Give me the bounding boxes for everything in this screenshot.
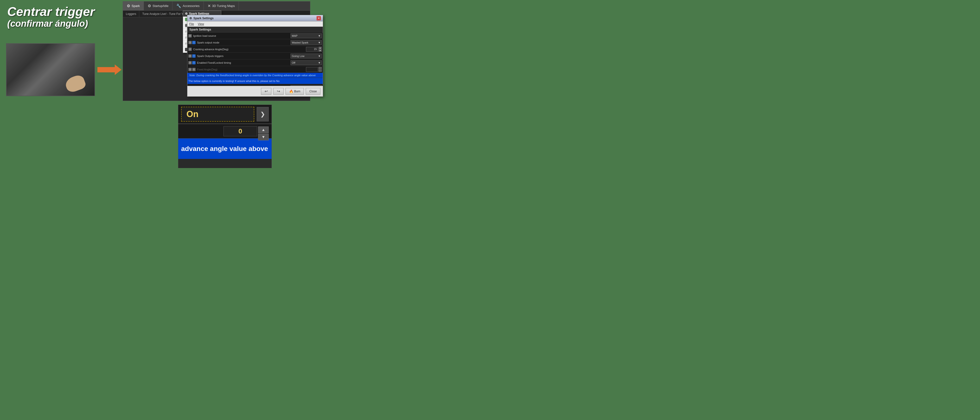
- on-value-box: On: [181, 107, 254, 122]
- row-new-ignition: ⚙ Use new ignition mode No ▼: [188, 84, 323, 86]
- spark-triggers-value: Going Low: [292, 55, 304, 57]
- row-help-spark-output[interactable]: ?: [192, 41, 196, 44]
- redo-icon: ↪: [277, 89, 280, 94]
- undo-button[interactable]: ↩: [261, 88, 271, 95]
- ignition-load-label: Ignition load source: [193, 34, 291, 37]
- new-ignition-select[interactable]: No ▼: [291, 85, 322, 86]
- chevron-down-icon: ❯: [260, 111, 265, 117]
- ignition-load-value: MAP: [292, 34, 298, 37]
- tune-analyze-label: Tune Analyze Live! - Tune For You: [142, 12, 186, 16]
- spin-down-cranking[interactable]: ▼: [318, 49, 322, 52]
- cranking-advance-value: 15: [314, 48, 317, 51]
- on-value-text: On: [186, 109, 199, 119]
- cranking-advance-label: Cranking advance Angle(Deg): [193, 48, 306, 51]
- dialog-footer: ↩ ↪ 🔥 Burn Close: [188, 86, 323, 97]
- testing-row: The below option is currently in testing…: [188, 78, 323, 84]
- row-spark-triggers: ⚙ ? Spark Outputs triggers Going Low ▼: [188, 53, 323, 59]
- tab-3d-tuning[interactable]: ✕ 3D Tuning Maps: [204, 2, 239, 10]
- tab-tune-analyze[interactable]: Tune Analyze Live! - Tune For You: [139, 11, 189, 17]
- spark-triggers-label: Spark Outputs triggers: [197, 55, 291, 57]
- tab-accessories[interactable]: 🔧 Accessories: [172, 2, 204, 10]
- blue-bar-text: advance angle value above: [181, 145, 268, 153]
- dialog-close-button[interactable]: ✕: [317, 16, 321, 21]
- spark-output-select[interactable]: Wasted Spark ▼: [291, 40, 322, 45]
- car-image: [6, 43, 95, 96]
- fixed-angle-input[interactable]: [306, 67, 318, 72]
- number-value: 0: [239, 127, 242, 135]
- dialog-section-title: Spark Settings: [188, 27, 323, 32]
- testing-text: The below option is currently in testing…: [188, 79, 280, 82]
- accessories-tab-icon: 🔧: [176, 3, 181, 8]
- heading-area: Centrar trigger (confirmar ángulo): [7, 5, 95, 29]
- fixed-timing-value: Off: [292, 61, 295, 64]
- on-row: On ❯: [178, 105, 272, 124]
- row-icon-spark-output: ⚙: [188, 41, 192, 44]
- note-row: Note: During cranking the fixed/locked t…: [188, 73, 323, 78]
- spark-tab-icon: ⚙: [127, 3, 130, 8]
- row-spark-output: ⚙ ? Spark output mode Wasted Spark ▼: [188, 39, 323, 46]
- cranking-advance-input[interactable]: 15: [306, 47, 318, 52]
- row-cranking-advance: ⚙ Cranking advance Angle(Deg) 15 ▲ ▼: [188, 46, 323, 53]
- tab-loggers[interactable]: Loggers: [123, 11, 139, 17]
- spark-output-chevron: ▼: [318, 41, 321, 44]
- tuning-tab-icon: ✕: [208, 3, 211, 8]
- number-display: 0: [223, 126, 257, 136]
- close-label: Close: [309, 90, 317, 93]
- fixed-timing-chevron: ▼: [318, 61, 321, 64]
- dialog-title-text: Spark Settings: [193, 17, 213, 20]
- dialog-menubar: File View: [188, 21, 323, 27]
- tab-spark[interactable]: ⚙ Spark: [123, 2, 144, 10]
- cranking-advance-spinner: ▲ ▼: [318, 47, 322, 52]
- row-icon-fixed: ⚙: [188, 61, 192, 65]
- chevron-down-button[interactable]: ❯: [257, 107, 269, 121]
- row-fixed-timing: ⚙ ? Enabled Fixed/Locked timing Off ▼: [188, 59, 323, 66]
- spark-settings-dialog: ⚙ Spark Settings ✕ File View Spark Setti…: [187, 15, 323, 97]
- number-row: 0: [178, 124, 272, 138]
- spark-triggers-chevron: ▼: [318, 55, 321, 57]
- bottom-spin-col: ▲ ▼: [258, 127, 269, 140]
- spin-up-big[interactable]: ▲: [258, 127, 269, 133]
- burn-icon: 🔥: [289, 89, 293, 93]
- burn-button[interactable]: 🔥 Burn: [286, 88, 304, 95]
- fixed-timing-label: Enabled Fixed/Locked timing: [197, 61, 291, 64]
- tab-spark-label: Spark: [132, 4, 140, 8]
- top-tab-bar: ⚙ Spark ⚙ Startup/Idle 🔧 Accessories ✕ 3…: [123, 2, 310, 11]
- undo-icon: ↩: [265, 89, 268, 94]
- redo-button[interactable]: ↪: [273, 88, 283, 95]
- tab-startup-label: Startup/Idle: [153, 4, 169, 8]
- fixed-angle-label: Fixed Angle(Deg): [197, 68, 306, 71]
- spin-down-big[interactable]: ▼: [258, 134, 269, 140]
- dialog-titlebar: ⚙ Spark Settings ✕: [188, 15, 323, 21]
- tab-startup-idle[interactable]: ⚙ Startup/Idle: [144, 2, 173, 10]
- ignition-load-select[interactable]: MAP ▼: [291, 33, 322, 38]
- spin-up-angle[interactable]: ▲: [318, 67, 322, 69]
- blue-bar: advance angle value above: [178, 138, 272, 159]
- bottom-panel: On ❯ 0 ▲ ▼ advance angle value above: [178, 105, 272, 168]
- spark-output-value: Wasted Spark: [292, 41, 309, 44]
- row-ignition-load: ⚙ Ignition load source MAP ▼: [188, 32, 323, 39]
- menu-file[interactable]: File: [189, 22, 194, 26]
- main-heading-line2: (confirmar ángulo): [7, 19, 95, 29]
- dialog-title: ⚙ Spark Settings: [189, 17, 213, 20]
- main-heading-line1: Centrar trigger: [7, 5, 95, 19]
- burn-label: Burn: [294, 90, 300, 93]
- menu-view[interactable]: View: [198, 22, 204, 26]
- close-button[interactable]: Close: [306, 88, 320, 95]
- row-icon-ignition: ⚙: [188, 34, 192, 38]
- spin-up-cranking[interactable]: ▲: [318, 47, 322, 49]
- spin-down-angle[interactable]: ▼: [318, 70, 322, 72]
- dialog-title-icon: ⚙: [189, 17, 192, 20]
- row-fixed-angle: ⚙ ⚙ Fixed Angle(Deg) ▲ ▼: [188, 66, 323, 73]
- row-help-triggers[interactable]: ?: [192, 54, 196, 58]
- spark-output-label: Spark output mode: [197, 41, 291, 44]
- fixed-timing-select[interactable]: Off ▼: [291, 60, 322, 65]
- row-icon-angle: ⚙: [188, 68, 192, 71]
- dialog-content: Spark Settings ⚙ Ignition load source MA…: [188, 27, 323, 86]
- tab-tuning-label: 3D Tuning Maps: [212, 4, 235, 8]
- startup-tab-icon: ⚙: [148, 3, 151, 8]
- row-help-fixed[interactable]: ?: [192, 61, 196, 65]
- arrow-indicator: [97, 65, 121, 74]
- spark-triggers-select[interactable]: Going Low ▼: [291, 54, 322, 59]
- note-text: Note: During cranking the fixed/locked t…: [189, 74, 316, 77]
- loggers-label: Loggers: [126, 12, 136, 16]
